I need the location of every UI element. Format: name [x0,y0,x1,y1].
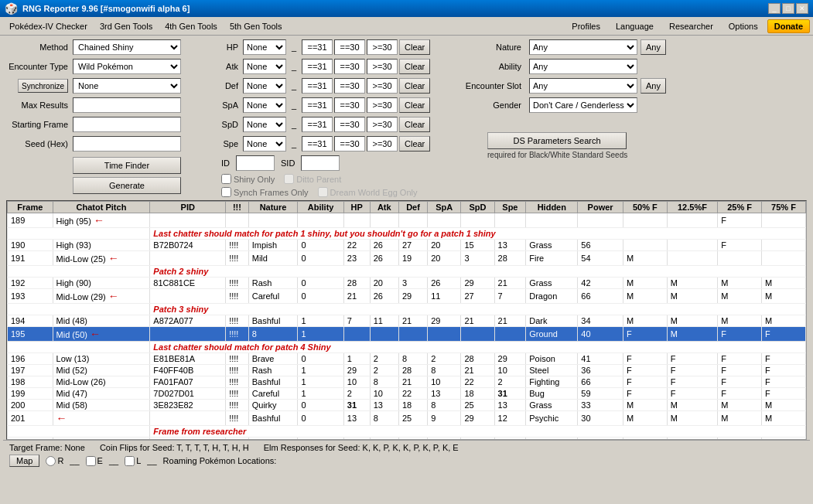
table-row[interactable]: 200Mid (58)3E823E82!!!!Quirky03113188251… [8,400,806,411]
table-row[interactable]: 197Mid (52)F40FF40B!!!!Rash12922882110St… [8,365,806,376]
l-checkbox[interactable] [125,456,135,466]
synchronize-button[interactable]: Synchronize [18,79,68,93]
table-cell: M [667,400,717,411]
spa-select[interactable]: None [243,97,286,113]
ds-params-button[interactable]: DS Parameters Search [487,132,627,149]
table-row[interactable]: 193Mid-Low (29) ←!!!!Careful021262911277… [8,289,806,304]
e-checkbox[interactable] [86,456,96,466]
spa-eq31: ==31 [302,97,333,113]
spd-select[interactable]: None [243,117,286,132]
spd-clear-button[interactable]: Clear [399,117,430,132]
table-cell: 8 [398,353,427,365]
table-cell: 22 [461,376,494,388]
table-row[interactable]: 201 ←!!!!Bashful01382592912Psychic30MMMM [8,411,806,426]
atk-select[interactable]: None [243,59,286,74]
menu-language[interactable]: Language [610,20,660,32]
nature-select[interactable]: Any [529,39,637,55]
menu-4th-gen[interactable]: 4th Gen Tools [159,20,224,32]
table-cell: High (90) [53,278,150,289]
table-row[interactable]: 191Mid-Low (25) ←!!!!Mild023261920328Fir… [8,251,806,266]
minimize-button[interactable]: _ [768,3,781,14]
table-cell: F40FF40B [150,365,226,376]
bottom-row1: Target Frame: None Coin Flips for Seed: … [9,443,804,452]
table-row[interactable]: 190High (93)B72B0724!!!!Impish0222627201… [8,240,806,251]
sync-select[interactable]: None [73,78,181,94]
table-cell: F [718,376,762,388]
menu-researcher[interactable]: Researcher [663,20,719,32]
r-radio[interactable] [46,456,56,466]
table-container[interactable]: Frame Chatot Pitch PID !!! Nature Abilit… [6,200,807,440]
table-cell: 26 [370,289,398,304]
table-cell: M [667,278,717,289]
menu-options[interactable]: Options [722,20,764,32]
table-row[interactable]: 196Low (13)E81BE81A!!!!Brave012822829Poi… [8,353,806,365]
id-input[interactable] [236,155,275,171]
seed-input[interactable]: 03050684 [73,136,181,152]
close-button[interactable]: ✕ [796,3,808,14]
def-select[interactable]: None [243,78,286,94]
table-row[interactable]: 198Mid-Low (26)FA01FA07!!!!Bashful110821… [8,376,806,388]
menu-5th-gen[interactable]: 5th Gen Tools [224,20,289,32]
ability-select[interactable]: Any [529,59,637,74]
table-cell: Bashful [248,411,298,426]
menu-profiles[interactable]: Profiles [565,20,606,32]
hp-clear-button[interactable]: Clear [399,39,430,55]
table-row[interactable]: 195Mid (50) ←!!!!81Ground40FMFF [8,327,806,342]
max-results-input[interactable]: 100000_ [73,97,181,113]
encounter-select[interactable]: Wild Pokémon [73,59,181,74]
menu-pokedex-iv[interactable]: Pokédex-IV Checker [3,20,94,32]
table-cell: 1 [298,388,343,400]
table-cell: Mid (58) [53,400,150,411]
table-cell: 0 [298,400,343,411]
table-cell: 18 [398,400,427,411]
method-select[interactable]: Chained Shiny [73,39,181,55]
table-cell: 13 [370,400,398,411]
atk-clear-button[interactable]: Clear [399,59,430,74]
ditto-parent-checkbox[interactable] [284,174,294,184]
generate-button[interactable]: Generate [73,177,181,194]
table-row[interactable]: 189High (95) ←F [8,213,806,228]
encounter-slot-any-button[interactable]: Any [640,78,666,94]
spa-clear-button[interactable]: Clear [399,97,430,113]
table-cell: 21 [343,289,370,304]
encounter-slot-select[interactable]: Any [529,78,637,94]
spe-select[interactable]: None [243,136,286,152]
nature-any-button[interactable]: Any [640,39,666,55]
menu-3rd-gen[interactable]: 3rd Gen Tools [94,20,159,32]
dream-world-label: Dream World Egg Only [330,188,418,197]
starting-frame-input[interactable]: 1 [73,117,181,132]
gender-select[interactable]: Don't Care / Genderless [529,97,637,113]
hp-eq30: ==30 [334,39,365,55]
col-hp: HP [343,202,370,213]
table-cell: 22 [398,388,427,400]
map-button[interactable]: Map [9,455,39,467]
table-cell: F [762,327,806,342]
table-cell: 190 [8,240,53,251]
time-finder-button[interactable]: Time Finder [73,157,181,174]
table-row[interactable]: 192High (90)81C881CE!!!!Rash028203262921… [8,278,806,289]
table-row[interactable]: 194Mid (48)A872A077!!!!Bashful1711212921… [8,315,806,327]
donate-button[interactable]: Donate [767,19,810,33]
def-clear-button[interactable]: Clear [399,78,430,94]
window-controls[interactable]: _ □ ✕ [768,3,808,14]
table-cell: 192 [8,278,53,289]
table-cell: 27 [461,289,494,304]
table-cell: 1 [298,315,343,327]
synch-frames-checkbox[interactable] [221,187,231,197]
table-cell: F [718,353,762,365]
hp-select[interactable]: None [243,39,286,55]
table-cell [398,213,427,228]
sid-input[interactable] [301,155,340,171]
table-cell: 12 [494,411,526,426]
table-cell: 3 [461,251,494,266]
col-ability: Ability [298,202,343,213]
table-cell: !!!! [226,327,249,342]
table-cell: Grass [526,240,578,251]
table-cell: Careful [248,388,298,400]
dream-world-checkbox[interactable] [318,187,328,197]
table-cell: 18 [461,388,494,400]
shiny-only-checkbox[interactable] [221,174,231,184]
table-row[interactable]: 199Mid (47)7D027D01!!!!Careful1210221318… [8,388,806,400]
maximize-button[interactable]: □ [782,3,794,14]
spe-clear-button[interactable]: Clear [399,136,430,152]
